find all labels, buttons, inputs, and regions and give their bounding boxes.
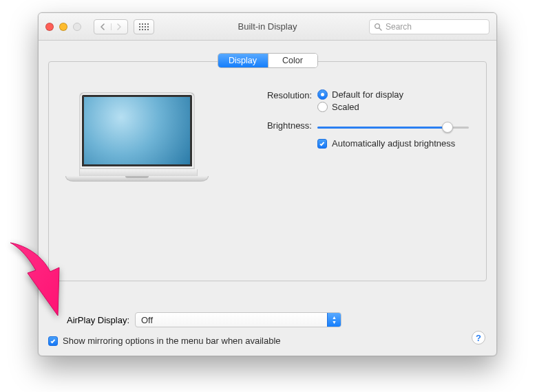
airplay-popup[interactable]: Off ▲▼ <box>135 312 341 327</box>
search-icon <box>374 23 382 31</box>
chevron-left-icon <box>100 23 105 30</box>
mirroring-row: Show mirroring options in the menu bar w… <box>48 336 487 346</box>
tab-color[interactable]: Color <box>268 54 317 67</box>
forward-button[interactable] <box>111 23 128 30</box>
radio-on-icon <box>317 89 328 100</box>
auto-brightness-row: Automatically adjust brightness <box>251 138 469 149</box>
resolution-default-radio[interactable]: Default for display <box>317 89 403 100</box>
auto-brightness-checkbox[interactable]: Automatically adjust brightness <box>317 138 455 149</box>
minimize-window-button[interactable] <box>59 23 67 31</box>
airplay-row: AirPlay Display: Off ▲▼ <box>48 312 487 327</box>
resolution-default-label: Default for display <box>332 89 403 100</box>
display-panel: Resolution: Default for display Scaled <box>48 61 487 281</box>
zoom-window-button[interactable] <box>73 23 81 31</box>
content-area: Display Color Resolution: Default for di… <box>39 41 496 356</box>
auto-brightness-label: Automatically adjust brightness <box>332 138 455 149</box>
footer-area: AirPlay Display: Off ▲▼ Show mirroring o… <box>48 312 487 346</box>
tab-bar: Display Color <box>218 53 318 68</box>
titlebar: Built-in Display Search <box>39 13 496 41</box>
display-settings: Resolution: Default for display Scaled <box>251 89 469 154</box>
nav-back-forward <box>94 19 128 34</box>
help-button[interactable]: ? <box>472 331 485 345</box>
popup-arrows-icon: ▲▼ <box>327 313 341 327</box>
preferences-window: Built-in Display Search Display Color Re… <box>38 12 497 356</box>
airplay-value: Off <box>136 315 327 325</box>
mirroring-label: Show mirroring options in the menu bar w… <box>63 336 281 346</box>
search-placeholder: Search <box>386 22 412 32</box>
grid-icon <box>139 23 149 30</box>
tab-display[interactable]: Display <box>218 54 268 67</box>
brightness-row: Brightness: <box>251 120 469 133</box>
checkbox-checked-icon <box>317 139 327 149</box>
back-button[interactable] <box>94 23 111 30</box>
svg-line-1 <box>379 28 381 30</box>
airplay-label: AirPlay Display: <box>48 315 129 325</box>
brightness-slider[interactable] <box>317 122 469 133</box>
slider-thumb[interactable] <box>442 122 453 133</box>
mirroring-checkbox[interactable]: Show mirroring options in the menu bar w… <box>48 336 281 346</box>
search-field[interactable]: Search <box>369 19 489 34</box>
window-controls <box>45 23 88 31</box>
resolution-scaled-label: Scaled <box>332 102 359 112</box>
radio-off-icon <box>317 102 328 112</box>
display-preview-image <box>79 92 209 182</box>
chevron-right-icon <box>116 23 122 30</box>
resolution-row: Resolution: Default for display Scaled <box>251 89 469 114</box>
checkbox-checked-icon <box>48 336 58 346</box>
show-all-button[interactable] <box>134 19 154 34</box>
slider-fill <box>317 127 448 129</box>
resolution-label: Resolution: <box>251 89 317 100</box>
brightness-label: Brightness: <box>251 120 317 131</box>
close-window-button[interactable] <box>45 23 54 31</box>
resolution-scaled-radio[interactable]: Scaled <box>317 102 403 112</box>
